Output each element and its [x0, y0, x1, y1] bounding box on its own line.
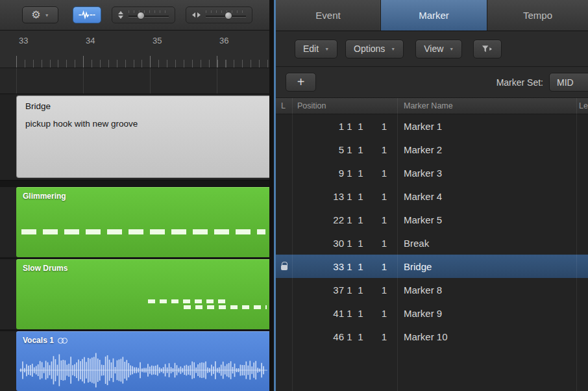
marker-name-cell[interactable]: Marker 1: [397, 121, 588, 132]
marker-name-cell[interactable]: Marker 3: [397, 168, 588, 179]
marker-table-row[interactable]: 13 1 1 1 Marker 4: [276, 184, 588, 208]
marker-region-description: pickup hook with new groove: [25, 119, 261, 129]
position-cell[interactable]: 33 1 1 1: [292, 261, 397, 272]
column-header-name: Marker Name: [404, 101, 453, 110]
horizontal-zoom-slider[interactable]: [206, 10, 246, 20]
bar-number: 36: [219, 36, 228, 45]
marker-set-value: MID: [557, 77, 574, 88]
marker-name-cell[interactable]: Marker 5: [397, 214, 588, 225]
position-division: 1: [355, 284, 366, 296]
chevron-down-icon: ▼: [325, 47, 329, 51]
track-lane-glimmering: Glimmering: [0, 187, 269, 257]
track-lanes: Glimmering Slow Drums Vocals 1: [0, 181, 269, 391]
position-tick: 1: [366, 331, 395, 342]
position-bar: 5: [292, 144, 344, 155]
global-tracks-strip: [0, 68, 269, 94]
gear-menu-button[interactable]: ⚙ ▼: [22, 6, 58, 23]
slider-thumb[interactable]: [225, 12, 232, 19]
position-tick: 1: [366, 144, 395, 155]
position-tick: 1: [366, 284, 395, 296]
edit-menu-button[interactable]: Edit ▼: [295, 40, 337, 58]
options-menu-label: Options: [354, 44, 385, 54]
midi-notes-dashes: [184, 305, 267, 309]
track-lane-slow-drums: Slow Drums: [0, 259, 269, 329]
midi-notes-dashes: [21, 229, 265, 234]
position-cell[interactable]: 13 1 1 1: [292, 191, 397, 202]
marker-table-row[interactable]: 37 1 1 1 Marker 8: [276, 278, 588, 301]
marker-table-row[interactable]: 9 1 1 1 Marker 3: [276, 161, 588, 184]
position-tick: 1: [366, 308, 395, 319]
waveform-zoom-button[interactable]: [73, 6, 101, 23]
horizontal-zoom-control: [186, 6, 252, 23]
vertical-zoom-slider[interactable]: [129, 10, 169, 20]
marker-table-row[interactable]: 22 1 1 1 Marker 5: [276, 208, 588, 231]
position-cell[interactable]: 30 1 1 1: [292, 238, 397, 249]
logic-marker-editor-window: ⚙ ▼: [0, 0, 588, 391]
chevron-down-icon: ▼: [449, 47, 454, 51]
marker-table-row[interactable]: 33 1 1 1 Bridge: [276, 255, 588, 278]
view-menu-button[interactable]: View ▼: [415, 40, 462, 58]
position-division: 1: [355, 191, 366, 202]
position-cell[interactable]: 46 1 1 1: [292, 331, 397, 342]
track-area-panel: ⚙ ▼: [0, 0, 269, 391]
position-division: 1: [355, 308, 366, 319]
marker-name-cell[interactable]: Marker 8: [397, 284, 588, 296]
edit-menu-label: Edit: [303, 44, 319, 54]
position-beat: 1: [344, 168, 355, 179]
marker-name-cell[interactable]: Break: [397, 238, 588, 249]
filter-button[interactable]: [473, 40, 502, 58]
marker-table-row[interactable]: 1 1 1 1 Marker 1: [276, 114, 588, 138]
position-tick: 1: [366, 261, 395, 272]
chevron-down-icon: ▼: [391, 47, 395, 51]
position-cell[interactable]: 41 1 1 1: [292, 308, 397, 319]
editor-tab-bar: Event Marker Tempo: [276, 0, 588, 31]
marker-name-cell[interactable]: Marker 2: [397, 144, 588, 155]
marker-table-row[interactable]: 46 1 1 1 Marker 10: [276, 325, 588, 348]
add-marker-button[interactable]: +: [286, 73, 316, 92]
position-beat: 1: [344, 121, 355, 132]
waveform-icon: [79, 10, 95, 19]
bar-grid-lines: [16, 68, 269, 94]
view-menu-label: View: [424, 44, 443, 54]
marker-table-row[interactable]: 5 1 1 1 Marker 2: [276, 138, 588, 161]
track-region-vocals[interactable]: Vocals 1: [16, 331, 269, 391]
options-menu-button[interactable]: Options ▼: [345, 40, 404, 58]
position-division: 1: [355, 214, 366, 225]
tab-tempo[interactable]: Tempo: [487, 0, 588, 31]
panel-divider[interactable]: [269, 0, 276, 391]
position-tick: 1: [366, 168, 395, 179]
region-name-label: Vocals 1: [23, 336, 54, 345]
position-beat: 1: [344, 191, 355, 202]
marker-track-lane: Bridge pickup hook with new groove: [0, 94, 269, 181]
lock-cell[interactable]: [276, 262, 292, 270]
bar-number: 35: [153, 36, 162, 45]
tab-event[interactable]: Event: [276, 0, 381, 31]
marker-table-row[interactable]: 30 1 1 1 Break: [276, 231, 588, 255]
position-cell[interactable]: 22 1 1 1: [292, 214, 397, 225]
marker-name-cell[interactable]: Bridge: [397, 261, 588, 272]
slider-thumb[interactable]: [137, 12, 145, 19]
position-cell[interactable]: 5 1 1 1: [292, 144, 397, 155]
column-header-length: Le: [579, 101, 588, 110]
marker-table-row[interactable]: 41 1 1 1 Marker 9: [276, 301, 588, 325]
list-editor-panel: Event Marker Tempo Edit ▼ Options ▼ View…: [276, 0, 588, 391]
marker-name-cell[interactable]: Marker 4: [397, 191, 588, 202]
position-cell[interactable]: 9 1 1 1: [292, 168, 397, 179]
marker-region-bridge[interactable]: Bridge pickup hook with new groove: [16, 95, 269, 178]
position-beat: 1: [344, 238, 355, 249]
position-cell[interactable]: 37 1 1 1: [292, 284, 397, 296]
marker-list-addbar: + Marker Set: MID: [276, 67, 588, 98]
vertical-zoom-icon: [118, 11, 123, 19]
position-beat: 1: [344, 308, 355, 319]
track-region-glimmering[interactable]: Glimmering: [16, 187, 269, 257]
bars-ruler[interactable]: 33 34 35 36: [0, 31, 269, 68]
position-tick: 1: [366, 214, 395, 225]
position-beat: 1: [344, 331, 355, 342]
track-region-slow-drums[interactable]: Slow Drums: [16, 259, 269, 329]
marker-name-cell[interactable]: Marker 9: [397, 308, 588, 319]
position-cell[interactable]: 1 1 1 1: [292, 121, 397, 132]
position-beat: 1: [344, 144, 355, 155]
marker-set-dropdown[interactable]: MID: [549, 73, 588, 92]
marker-name-cell[interactable]: Marker 10: [397, 331, 588, 342]
tab-marker[interactable]: Marker: [381, 0, 487, 31]
